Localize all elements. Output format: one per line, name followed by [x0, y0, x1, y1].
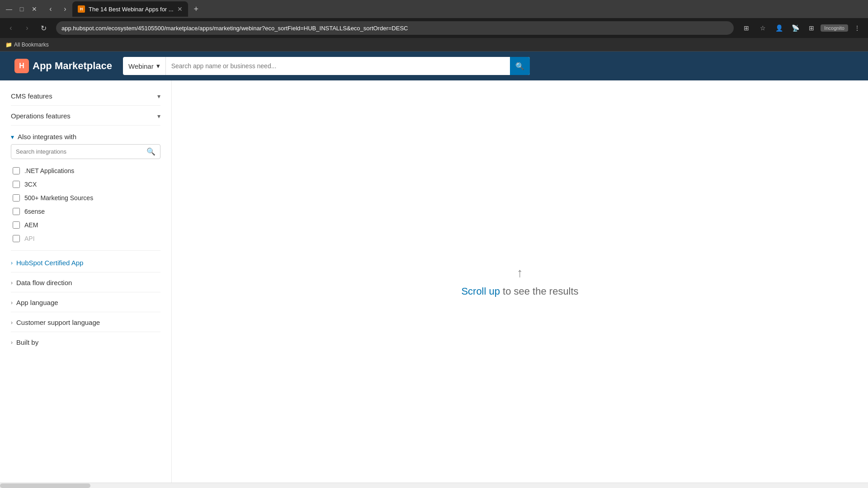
scroll-rest-text: to see the results	[500, 286, 579, 297]
new-tab-button[interactable]: +	[190, 3, 203, 15]
data-flow-header[interactable]: › Data flow direction	[11, 274, 160, 291]
search-bar: Webinar ▾ 🔍	[123, 57, 530, 75]
cms-features-label: CMS features	[11, 92, 52, 100]
scroll-up-arrow-icon: ↑	[517, 266, 523, 280]
bookmarks-bar: 📁 All Bookmarks	[0, 38, 868, 52]
minimize-button[interactable]: —	[4, 4, 14, 14]
scroll-prompt: ↑ Scroll up to see the results	[461, 266, 578, 297]
aem-checkbox[interactable]	[13, 221, 20, 229]
data-flow-expand-icon: ›	[11, 280, 13, 286]
integration-checkbox-list: .NET Applications 3CX 500+ Marketing Sou…	[11, 164, 160, 245]
tab-search-button[interactable]: ⊞	[804, 21, 819, 35]
back-button[interactable]: ‹	[4, 21, 18, 35]
content-area: ↑ Scroll up to see the results	[172, 80, 868, 483]
scroll-prompt-text: Scroll up to see the results	[461, 286, 578, 297]
customer-support-expand-icon: ›	[11, 319, 13, 326]
app-language-section: › App language	[11, 294, 160, 312]
tab-forward-button[interactable]: ›	[60, 4, 71, 14]
forward-button[interactable]: ›	[20, 21, 34, 35]
scroll-up-link[interactable]: Scroll up	[461, 286, 500, 297]
hubspot-certified-header[interactable]: › HubSpot Certified App	[11, 254, 160, 271]
data-flow-label: Data flow direction	[16, 279, 72, 286]
6sense-label: 6sense	[24, 208, 45, 215]
operations-features-section: Operations features	[11, 108, 160, 126]
list-item[interactable]: 6sense	[11, 205, 160, 218]
hubspot-certified-label: HubSpot Certified App	[16, 259, 83, 267]
built-by-section: › Built by	[11, 334, 160, 351]
3cx-label: 3CX	[24, 181, 37, 188]
menu-button[interactable]: ⋮	[850, 21, 864, 35]
aem-label: AEM	[24, 221, 38, 229]
search-input[interactable]	[166, 62, 510, 70]
search-category-dropdown[interactable]: Webinar ▾	[123, 57, 166, 75]
app-header: H App Marketplace Webinar ▾ 🔍	[0, 52, 868, 80]
6sense-checkbox[interactable]	[13, 208, 20, 215]
operations-divider	[11, 125, 160, 126]
folder-icon: 📁	[5, 42, 12, 48]
cms-features-header[interactable]: CMS features	[11, 88, 160, 104]
refresh-button[interactable]: ↻	[36, 21, 51, 35]
list-item[interactable]: .NET Applications	[11, 164, 160, 177]
net-applications-label: .NET Applications	[24, 167, 74, 174]
scrollbar-thumb[interactable]	[0, 483, 90, 488]
3cx-checkbox[interactable]	[13, 181, 20, 188]
hubspot-certified-section: › HubSpot Certified App	[11, 254, 160, 272]
category-chevron-icon: ▾	[156, 62, 160, 70]
integrates-divider	[11, 250, 160, 251]
horizontal-scrollbar[interactable]	[0, 483, 868, 488]
search-button[interactable]: 🔍	[510, 57, 530, 75]
tab-label: The 14 Best Webinar Apps for ...	[89, 6, 174, 13]
bookmarks-label: All Bookmarks	[14, 42, 49, 48]
nav-actions: ⊞ ☆ 👤 📡 ⊞ Incognito ⋮	[739, 21, 864, 35]
also-integrates-section: ▾ Also integrates with 🔍 .NET Applicatio…	[11, 129, 160, 251]
list-item[interactable]: API	[11, 232, 160, 245]
list-item[interactable]: 3CX	[11, 178, 160, 191]
app-language-expand-icon: ›	[11, 300, 13, 306]
built-by-header[interactable]: › Built by	[11, 334, 160, 351]
app-language-label: App language	[16, 299, 58, 306]
customer-support-header[interactable]: › Customer support language	[11, 314, 160, 331]
api-checkbox[interactable]	[13, 235, 20, 242]
500-marketing-label: 500+ Marketing Sources	[24, 194, 93, 202]
extensions-button[interactable]: ⊞	[739, 21, 754, 35]
built-by-expand-icon: ›	[11, 339, 13, 346]
500-marketing-checkbox[interactable]	[13, 194, 20, 202]
operations-features-label: Operations features	[11, 112, 71, 120]
search-integrations-input[interactable]	[16, 148, 144, 155]
tab-favicon: H	[78, 5, 85, 13]
also-integrates-header[interactable]: ▾ Also integrates with	[11, 129, 160, 144]
cms-features-chevron-icon	[157, 93, 160, 100]
app-language-header[interactable]: › App language	[11, 294, 160, 311]
operations-features-chevron-icon	[157, 113, 160, 120]
data-flow-divider	[11, 292, 160, 292]
logo-icon: H	[14, 59, 29, 73]
api-label: API	[24, 235, 35, 242]
address-bar[interactable]: app.hubspot.com/ecosystem/45105500/marke…	[56, 21, 734, 35]
maximize-button[interactable]: □	[16, 4, 27, 14]
certified-divider	[11, 272, 160, 272]
all-bookmarks-button[interactable]: 📁 All Bookmarks	[5, 42, 49, 48]
also-integrates-label: Also integrates with	[18, 133, 76, 141]
tab-close-button[interactable]: ✕	[177, 5, 183, 13]
nav-bar: ‹ › ↻ app.hubspot.com/ecosystem/45105500…	[0, 18, 868, 38]
cast-button[interactable]: 📡	[788, 21, 802, 35]
logo-text: App Marketplace	[33, 60, 112, 72]
net-applications-checkbox[interactable]	[13, 167, 20, 174]
profile-button[interactable]: 👤	[772, 21, 786, 35]
sidebar: CMS features Operations features	[0, 80, 172, 483]
tab-bar: — □ ✕ ‹ › H The 14 Best Webinar Apps for…	[0, 0, 868, 18]
bookmark-button[interactable]: ☆	[755, 21, 770, 35]
active-tab[interactable]: H The 14 Best Webinar Apps for ... ✕	[72, 1, 188, 17]
close-button[interactable]: ✕	[29, 4, 40, 14]
customer-support-divider	[11, 332, 160, 332]
incognito-badge: Incognito	[821, 24, 848, 32]
cms-features-section: CMS features	[11, 88, 160, 106]
list-item[interactable]: 500+ Marketing Sources	[11, 192, 160, 204]
integrations-search-icon: 🔍	[146, 147, 156, 156]
operations-features-header[interactable]: Operations features	[11, 108, 160, 124]
customer-support-section: › Customer support language	[11, 314, 160, 332]
window-controls: — □ ✕	[4, 4, 40, 14]
logo[interactable]: H App Marketplace	[14, 59, 112, 73]
tab-back-button[interactable]: ‹	[45, 4, 56, 14]
list-item[interactable]: AEM	[11, 219, 160, 231]
